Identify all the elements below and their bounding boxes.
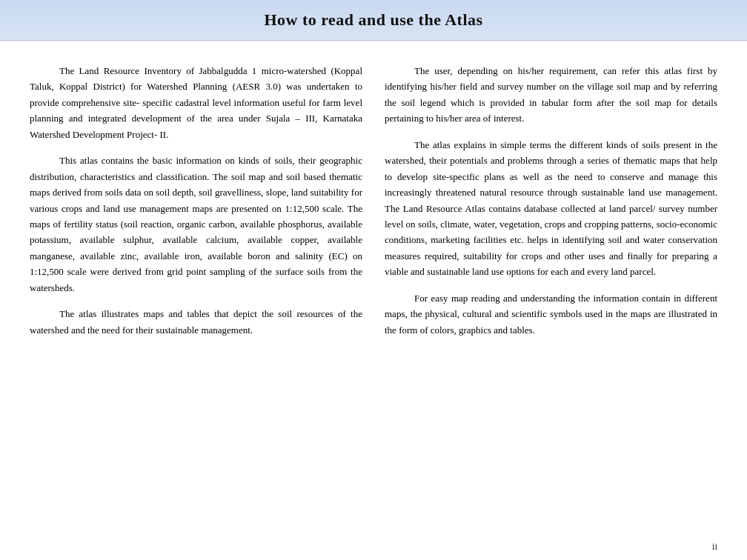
right-column: The user, depending on his/her requireme… (385, 63, 717, 348)
left-column: The Land Resource Inventory of Jabbalgud… (30, 63, 362, 348)
left-paragraph-1: The Land Resource Inventory of Jabbalgud… (30, 63, 362, 142)
page-title: How to read and use the Atlas (15, 10, 732, 30)
right-paragraph-2: The atlas explains in simple terms the d… (385, 137, 717, 280)
right-paragraph-3: For easy map reading and understanding t… (385, 290, 717, 338)
left-paragraph-3: The atlas illustrates maps and tables th… (30, 306, 362, 338)
left-paragraph-2: This atlas contains the basic informatio… (30, 153, 362, 296)
page-footer: ii (712, 541, 717, 553)
right-paragraph-1: The user, depending on his/her requireme… (385, 63, 717, 127)
page-number: ii (712, 541, 717, 552)
page-header: How to read and use the Atlas (0, 0, 747, 41)
